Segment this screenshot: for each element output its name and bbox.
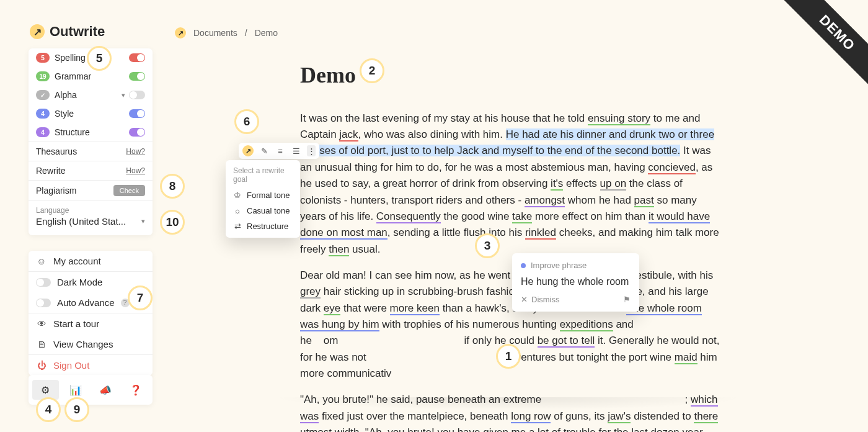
- auto-advance-toggle[interactable]: [36, 299, 51, 307]
- user-icon: ☺: [36, 256, 47, 266]
- help-icon: ❓: [130, 384, 142, 396]
- app-name: Outwrite: [50, 24, 105, 40]
- auto-advance-label: Auto Advance: [57, 297, 115, 308]
- rewrite-expand-icon[interactable]: ☰: [291, 145, 302, 156]
- callout-5: 5: [87, 46, 112, 71]
- rewrite-casual-item[interactable]: ☼ Casual tone: [226, 203, 300, 218]
- rewrite-formal-label: Formal tone: [247, 191, 290, 200]
- callout-4: 4: [36, 397, 61, 422]
- breadcrumb-root[interactable]: Documents: [193, 28, 237, 38]
- megaphone-icon: 📣: [99, 384, 112, 396]
- alpha-toggle[interactable]: [129, 91, 145, 99]
- grammar-count-badge: 19: [36, 71, 50, 81]
- start-tour-link[interactable]: 👁 Start a tour: [29, 313, 153, 334]
- casual-icon: ☼: [233, 206, 242, 215]
- tab-settings[interactable]: ⚙: [32, 380, 59, 400]
- structure-toggle[interactable]: [129, 128, 145, 137]
- paragraph[interactable]: It was on the last evening of my stay at…: [300, 110, 722, 258]
- grammar-label: Grammar: [55, 71, 91, 81]
- sign-out-link[interactable]: ⏻ Sign Out: [29, 354, 153, 376]
- suggestion-category-dot: [521, 263, 526, 268]
- rewrite-menu: Select a rewrite goal ♔ Formal tone ☼ Ca…: [226, 160, 300, 238]
- demo-ribbon: DEMO: [779, 0, 868, 91]
- style-label: Style: [55, 109, 74, 119]
- breadcrumb-current: Demo: [255, 28, 278, 38]
- rewrite-toolbar: ↗ ✎ ≡ ☰ ⋮: [239, 143, 319, 159]
- suggestion-dismiss-button[interactable]: ✕ Dismiss: [521, 295, 560, 304]
- suggestion-dismiss-label: Dismiss: [531, 295, 560, 304]
- chart-icon: 📊: [69, 384, 82, 396]
- tab-help[interactable]: ❓: [123, 380, 149, 400]
- eye-icon: 👁: [36, 318, 47, 329]
- view-changes-link[interactable]: 🗎 View Changes: [29, 334, 153, 354]
- tab-announcements[interactable]: 📣: [92, 380, 119, 400]
- rewrite-label: Rewrite: [36, 166, 65, 176]
- view-changes-label: View Changes: [53, 339, 113, 349]
- callout-9: 9: [64, 397, 89, 422]
- rewrite-shorten-icon[interactable]: ≡: [275, 145, 286, 156]
- formal-icon: ♔: [233, 191, 242, 200]
- check-style-row[interactable]: 4 Style: [29, 104, 153, 123]
- restructure-icon: ⇄: [233, 222, 242, 231]
- dark-mode-toggle[interactable]: [36, 278, 51, 287]
- check-grammar-row[interactable]: 19 Grammar: [29, 67, 153, 86]
- spelling-toggle[interactable]: [129, 53, 145, 62]
- callout-7: 7: [128, 286, 153, 310]
- home-icon[interactable]: ↗: [175, 27, 186, 38]
- callout-3: 3: [475, 233, 500, 258]
- rewrite-restructure-label: Restructure: [247, 222, 288, 231]
- rewrite-tone-icon[interactable]: ✎: [259, 145, 270, 156]
- start-tour-label: Start a tour: [53, 318, 99, 329]
- structure-count-badge: 4: [36, 127, 50, 137]
- rewrite-formal-item[interactable]: ♔ Formal tone: [226, 187, 300, 203]
- editor[interactable]: Demo It was on the last evening of my st…: [300, 58, 722, 432]
- plagiarism-label: Plagiarism: [36, 186, 76, 196]
- rewrite-how-link[interactable]: How?: [126, 166, 145, 175]
- suggestion-popover: Improve phrase He hung the whole room ✕ …: [512, 253, 639, 312]
- grammar-toggle[interactable]: [129, 72, 145, 81]
- close-icon: ✕: [521, 295, 528, 304]
- rewrite-restructure-item[interactable]: ⇄ Restructure: [226, 218, 300, 234]
- app-logo: ↗ Outwrite: [30, 24, 105, 40]
- suggestion-flag-button[interactable]: ⚑: [623, 295, 631, 304]
- sign-out-label: Sign Out: [53, 360, 89, 371]
- language-label: Language: [36, 206, 145, 215]
- logo-icon: ↗: [30, 24, 45, 39]
- alpha-expand-icon[interactable]: [122, 91, 125, 99]
- suggestion-category: Improve phrase: [531, 261, 587, 270]
- my-account-link[interactable]: ☺ My account: [29, 251, 153, 271]
- style-toggle[interactable]: [129, 109, 145, 118]
- alpha-label: Alpha: [55, 90, 77, 100]
- language-dropdown-icon[interactable]: [141, 217, 145, 225]
- breadcrumb: ↗ Documents / Demo: [175, 27, 278, 38]
- document-icon: 🗎: [36, 339, 47, 349]
- thesaurus-label: Thesaurus: [36, 146, 77, 156]
- breadcrumb-separator: /: [245, 28, 247, 38]
- rewrite-menu-header: Select a rewrite goal: [226, 164, 300, 187]
- structure-label: Structure: [55, 127, 90, 137]
- power-icon: ⏻: [36, 360, 47, 371]
- suggestion-text[interactable]: He hung the whole room: [521, 276, 631, 287]
- rewrite-row: Rewrite How?: [29, 161, 153, 180]
- plagiarism-check-button[interactable]: Check: [113, 185, 145, 196]
- checks-panel: 5 Spelling 19 Grammar ✓ Alpha 4 Style 4 …: [29, 48, 153, 235]
- language-value: English (United Stat...: [36, 216, 126, 227]
- paragraph[interactable]: "Ah, you brute!" he said, pause beneath …: [300, 392, 722, 432]
- rewrite-more-icon[interactable]: ⋮: [307, 145, 316, 156]
- thesaurus-row: Thesaurus How?: [29, 142, 153, 161]
- alpha-count-badge: ✓: [36, 90, 50, 100]
- check-structure-row[interactable]: 4 Structure: [29, 123, 153, 142]
- thesaurus-how-link[interactable]: How?: [126, 147, 145, 156]
- callout-10: 10: [160, 210, 185, 235]
- style-count-badge: 4: [36, 109, 50, 119]
- callout-1: 1: [496, 344, 521, 369]
- spelling-count-badge: 5: [36, 53, 50, 63]
- language-row[interactable]: Language English (United Stat...: [29, 200, 153, 235]
- dark-mode-label: Dark Mode: [57, 277, 102, 287]
- my-account-label: My account: [53, 256, 101, 266]
- check-alpha-row[interactable]: ✓ Alpha: [29, 86, 153, 104]
- rewrite-casual-label: Casual tone: [247, 206, 290, 215]
- gear-icon: ⚙: [41, 384, 50, 396]
- rewrite-logo-icon[interactable]: ↗: [242, 145, 254, 156]
- callout-2: 2: [360, 58, 384, 83]
